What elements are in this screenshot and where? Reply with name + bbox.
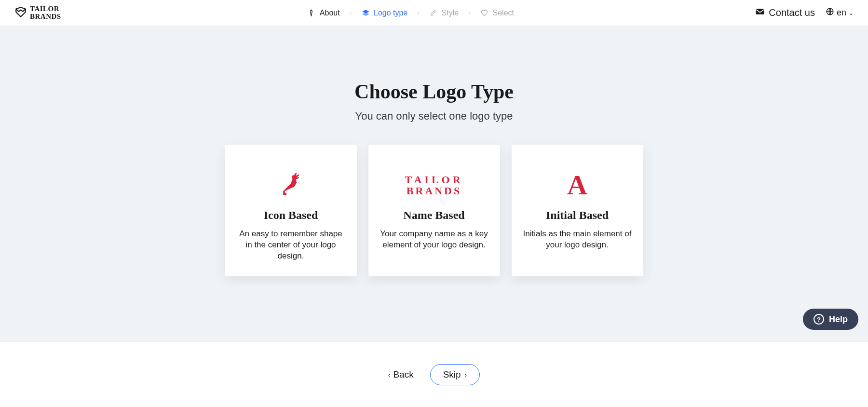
help-icon: ? bbox=[814, 314, 824, 325]
card-desc: Your company name as a key element of yo… bbox=[379, 229, 489, 251]
envelope-icon bbox=[755, 7, 765, 19]
card-desc: Initials as the main element of your log… bbox=[522, 229, 633, 251]
svg-marker-1 bbox=[362, 12, 369, 16]
card-title: Icon Based bbox=[264, 209, 318, 222]
pen-icon bbox=[307, 9, 316, 17]
crumb-label: Style bbox=[442, 9, 459, 17]
wordmark-sample: TAILOR BRANDS bbox=[405, 171, 463, 199]
card-icon-based[interactable]: Icon Based An easy to remember shape in … bbox=[225, 145, 357, 276]
help-label: Help bbox=[829, 314, 848, 325]
brand-mark-icon bbox=[14, 6, 27, 20]
header-actions: Contact us en ⌄ bbox=[755, 7, 854, 19]
skip-label: Skip bbox=[443, 369, 461, 380]
chevron-down-icon: ⌄ bbox=[849, 10, 854, 16]
chevron-left-icon: ‹ bbox=[388, 371, 391, 379]
crumb-label: About bbox=[320, 9, 340, 17]
main-panel: Choose Logo Type You can only select one… bbox=[0, 26, 868, 341]
footer-nav: ‹ Back Skip › bbox=[0, 341, 868, 407]
chevron-right-icon: › bbox=[350, 9, 352, 16]
deer-icon bbox=[277, 171, 304, 199]
crumb-select[interactable]: Select bbox=[480, 9, 514, 17]
lang-code: en bbox=[837, 8, 846, 18]
logo-type-cards: Icon Based An easy to remember shape in … bbox=[225, 145, 643, 276]
heart-icon bbox=[480, 9, 489, 17]
chevron-right-icon: › bbox=[465, 371, 467, 379]
crumb-label: Select bbox=[493, 9, 514, 17]
language-selector[interactable]: en ⌄ bbox=[826, 7, 854, 18]
back-button[interactable]: ‹ Back bbox=[388, 369, 414, 380]
back-label: Back bbox=[393, 369, 413, 380]
card-desc: An easy to remember shape in the center … bbox=[236, 229, 346, 262]
crumb-style[interactable]: Style bbox=[429, 9, 459, 17]
initial-sample: A bbox=[567, 171, 587, 199]
brand-logo[interactable]: TAILOR BRANDS bbox=[14, 5, 61, 21]
help-widget[interactable]: ? Help bbox=[803, 309, 858, 330]
contact-label: Contact us bbox=[769, 7, 815, 18]
skip-button[interactable]: Skip › bbox=[430, 364, 480, 385]
chevron-right-icon: › bbox=[417, 9, 419, 16]
brush-icon bbox=[429, 9, 438, 17]
chevron-right-icon: › bbox=[468, 9, 470, 16]
card-name-based[interactable]: TAILOR BRANDS Name Based Your company na… bbox=[368, 145, 500, 276]
layers-icon bbox=[361, 9, 370, 17]
page-subtitle: You can only select one logo type bbox=[355, 110, 513, 122]
globe-icon bbox=[826, 7, 834, 18]
crumb-about[interactable]: About bbox=[307, 9, 340, 17]
crumb-logo-type[interactable]: Logo type bbox=[361, 9, 407, 17]
svg-rect-2 bbox=[756, 9, 764, 14]
contact-us-link[interactable]: Contact us bbox=[755, 7, 815, 19]
header: TAILOR BRANDS About › Logo type › bbox=[0, 0, 868, 26]
breadcrumb: About › Logo type › Style › bbox=[307, 9, 514, 17]
card-initial-based[interactable]: A Initial Based Initials as the main ele… bbox=[512, 145, 643, 276]
crumb-label: Logo type bbox=[374, 9, 407, 17]
card-title: Initial Based bbox=[546, 209, 609, 222]
card-title: Name Based bbox=[403, 209, 464, 222]
brand-name: TAILOR BRANDS bbox=[30, 5, 61, 21]
page-title: Choose Logo Type bbox=[354, 80, 514, 103]
